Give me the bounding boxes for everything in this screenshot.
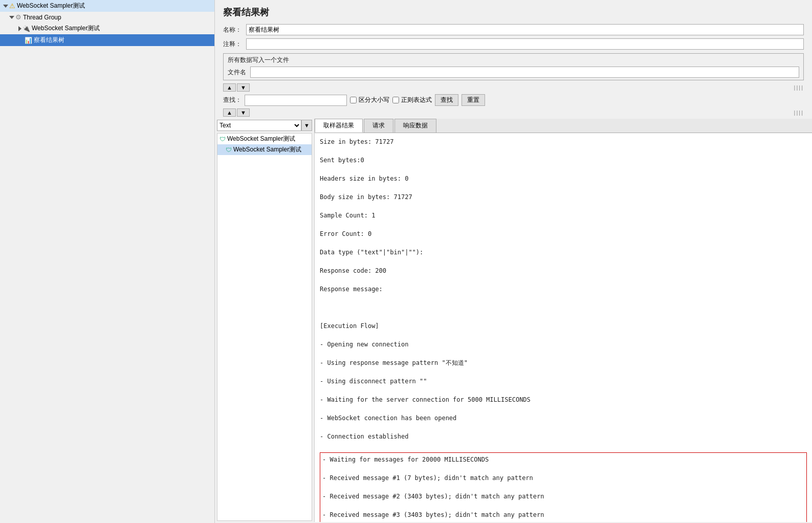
warn-icon: ⚠ <box>9 2 15 10</box>
case-sensitive-checkbox[interactable] <box>350 97 357 103</box>
dropdown-arrow-btn[interactable]: ▼ <box>301 120 312 131</box>
content-line: - Using response message pattern "不知道" <box>320 358 807 367</box>
file-section-title: 所有数据写入一个文件 <box>228 56 799 64</box>
tree-item-label: 察看结果树 <box>34 36 64 45</box>
tab-request[interactable]: 请求 <box>364 119 393 133</box>
content-area: Size in bytes: 71727Sent bytes:0Headers … <box>315 133 812 522</box>
file-row: 文件名 <box>228 67 799 78</box>
result-tree-label-1: WebSocket Sampler测试 <box>227 135 295 143</box>
search-label: 查找： <box>223 96 242 104</box>
comment-row: 注释： <box>215 37 812 51</box>
search-input[interactable] <box>245 95 347 106</box>
content-line: Data type ("text"|"bin"|""): <box>320 248 807 257</box>
find-button[interactable]: 查找 <box>435 94 458 106</box>
result-left: Text RegExp Tester CSS/JQuery Tester XPa… <box>215 119 315 522</box>
green-shield-icon-2: 🛡 <box>226 146 232 154</box>
reset-button[interactable]: 重置 <box>462 94 485 106</box>
type-select[interactable]: Text RegExp Tester CSS/JQuery Tester XPa… <box>217 120 301 131</box>
tab-sampler-result[interactable]: 取样器结果 <box>315 119 363 133</box>
file-label: 文件名 <box>228 68 246 77</box>
content-line: - Connection established <box>320 432 807 441</box>
content-line: Headers size in bytes: 0 <box>320 174 807 183</box>
result-tree: 🛡 WebSocket Sampler测试 🛡 WebSocket Sample… <box>217 133 312 521</box>
tree-item-root[interactable]: ⚠ WebSocket Sampler测试 <box>0 0 214 12</box>
name-label: 名称： <box>223 26 246 34</box>
content-line-highlighted: - Waiting for messages for 20000 MILLISE… <box>322 455 804 464</box>
resize-handle: |||| <box>251 84 804 91</box>
content-line-highlighted: - Received message #3 (3403 bytes); didn… <box>322 510 804 519</box>
content-line: - WebSocket conection has been opened <box>320 413 807 423</box>
left-panel: ⚠ WebSocket Sampler测试 ⚙ Thread Group 🔌 W… <box>0 0 215 523</box>
content-line: [Execution Flow] <box>320 321 807 331</box>
content-line-highlighted: - Received message #1 (7 bytes); didn't … <box>322 473 804 483</box>
content-line: Error Count: 0 <box>320 229 807 238</box>
green-shield-icon-1: 🛡 <box>220 136 226 143</box>
listener-icon: 📊 <box>25 37 32 44</box>
expand-icon <box>9 16 14 19</box>
result-tree-label-2: WebSocket Sampler测试 <box>233 145 301 154</box>
result-tree-item-2[interactable]: 🛡 WebSocket Sampler测试 <box>217 144 312 155</box>
case-sensitive-label: 区分大小写 <box>359 96 389 104</box>
content-line: Sample Count: 1 <box>320 211 807 220</box>
comment-input[interactable] <box>246 38 804 50</box>
tree-item-ws-sampler[interactable]: 🔌 WebSocket Sampler测试 <box>0 23 214 34</box>
right-panel: 察看结果树 名称： 注释： 所有数据写入一个文件 文件名 ▲ ▼ |||| 查找… <box>215 0 812 523</box>
tree-item-view-results[interactable]: 📊 察看结果树 <box>0 34 214 46</box>
comment-label: 注释： <box>223 40 246 49</box>
scroll-up-btn[interactable]: ▲ <box>223 83 236 92</box>
search-row: 查找： 区分大小写 正则表达式 查找 重置 <box>215 93 812 107</box>
scroll-down-btn2[interactable]: ▼ <box>237 83 250 92</box>
bottom-section: Text RegExp Tester CSS/JQuery Tester XPa… <box>215 118 812 523</box>
content-line: Response message: <box>320 285 807 294</box>
case-sensitive-check: 区分大小写 <box>350 96 389 104</box>
result-tree-item-1[interactable]: 🛡 WebSocket Sampler测试 <box>217 134 312 144</box>
content-line: Body size in bytes: 71727 <box>320 192 807 202</box>
collapse-icon <box>18 26 21 31</box>
name-row: 名称： <box>215 23 812 37</box>
highlighted-box: - Waiting for messages for 20000 MILLISE… <box>320 452 807 522</box>
scroll-up-row: ▲ ▼ |||| <box>215 82 812 93</box>
resize-handle2: |||| <box>251 110 804 116</box>
tab-response-data[interactable]: 响应数据 <box>394 119 436 133</box>
result-right: 取样器结果 请求 响应数据 Size in bytes: 71727Sent b… <box>315 119 812 522</box>
scroll-up-btn2[interactable]: ▲ <box>223 108 236 117</box>
content-line <box>320 303 807 312</box>
tabs-row: 取样器结果 请求 响应数据 <box>315 119 812 133</box>
regex-checkbox[interactable] <box>392 97 399 103</box>
content-line: - Waiting for the server connection for … <box>320 395 807 404</box>
type-dropdown-row: Text RegExp Tester CSS/JQuery Tester XPa… <box>215 119 314 132</box>
name-input[interactable] <box>246 24 804 35</box>
scroll-down-btn[interactable]: ▼ <box>237 108 250 117</box>
tree-item-thread-group[interactable]: ⚙ Thread Group <box>0 12 214 23</box>
content-line: Size in bytes: 71727 <box>320 137 807 146</box>
expand-icon <box>3 5 8 8</box>
file-section: 所有数据写入一个文件 文件名 <box>223 53 804 80</box>
gear-icon: ⚙ <box>15 13 21 21</box>
content-line: - Opening new connection <box>320 340 807 349</box>
content-line-highlighted: - Received message #2 (3403 bytes); didn… <box>322 492 804 501</box>
content-line: Sent bytes:0 <box>320 156 807 165</box>
panel-title: 察看结果树 <box>215 0 812 23</box>
sampler-icon: 🔌 <box>23 25 30 32</box>
tree-item-label: WebSocket Sampler测试 <box>32 24 100 33</box>
scroll-down-row: ▲ ▼ |||| <box>215 107 812 118</box>
tree-item-label: WebSocket Sampler测试 <box>17 2 85 10</box>
content-line: - Using disconnect pattern "" <box>320 377 807 386</box>
file-input[interactable] <box>250 67 799 78</box>
tree-item-label: Thread Group <box>23 14 61 21</box>
regex-label: 正则表达式 <box>401 96 432 104</box>
regex-check: 正则表达式 <box>392 96 432 104</box>
content-line: Response code: 200 <box>320 266 807 275</box>
